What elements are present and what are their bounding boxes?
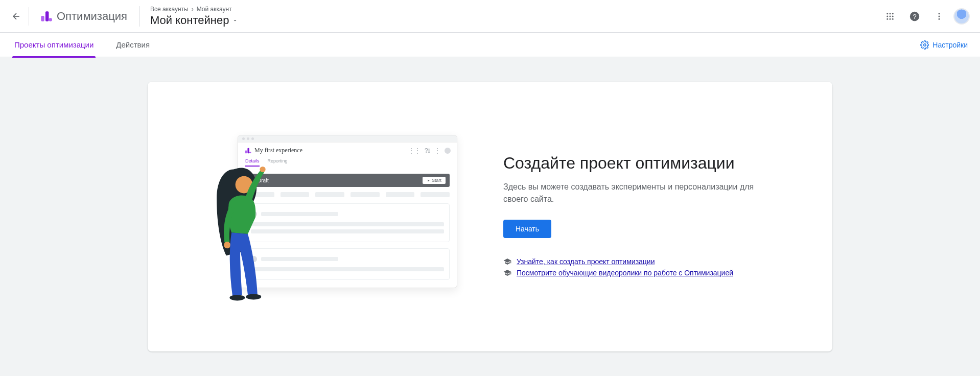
svg-point-4 [890,13,891,14]
svg-point-3 [886,13,888,14]
person-illustration [197,150,299,303]
apps-grid-icon: ⋮⋮ [408,147,421,154]
breadcrumb: Все аккаунты › Мой аккаунт [150,6,238,13]
help-icon: ?⃝ [425,147,430,154]
svg-point-15 [939,15,940,17]
svg-point-7 [890,15,891,17]
settings-link[interactable]: Настройки [920,40,968,50]
svg-point-23 [224,242,230,248]
product-name: Оптимизация [57,10,127,23]
learn-link-create[interactable]: Узнайте, как создать проект оптимизации [517,257,655,266]
svg-rect-1 [45,11,49,21]
svg-point-24 [246,294,261,299]
optimize-logo-icon [39,10,53,23]
illustration: My first experience ⋮⋮ ?⃝ ⋮ Details Repo… [176,135,462,298]
avatar-icon [445,148,451,154]
hero-subtitle: Здесь вы можете создавать эксперименты и… [503,181,779,205]
tab-actions[interactable]: Действия [114,33,152,57]
onboarding-card: My first experience ⋮⋮ ?⃝ ⋮ Details Repo… [148,82,832,351]
app-bar: Оптимизация Все аккаунты › Мой аккаунт М… [0,0,980,33]
svg-point-17 [924,43,926,46]
svg-point-14 [939,13,940,14]
start-button[interactable]: Начать [503,220,551,238]
page-body: My first experience ⋮⋮ ?⃝ ⋮ Details Repo… [0,57,980,376]
svg-point-2 [49,18,52,21]
chevron-right-icon: › [192,6,194,13]
appbar-actions: ? [880,6,976,27]
svg-rect-0 [41,15,44,21]
hero-block: Создайте проект оптимизации Здесь вы мож… [503,154,796,280]
help-icon: ? [909,11,920,22]
tab-projects[interactable]: Проекты оптимизации [12,33,96,57]
more-vert-icon [935,12,944,21]
hero-title: Создайте проект оптимизации [503,154,796,173]
breadcrumb-all-accounts[interactable]: Все аккаунты [150,6,189,13]
svg-point-22 [260,167,265,172]
mockwin-start-button: Start [423,177,446,184]
svg-point-10 [890,18,891,19]
vertical-divider [29,7,29,26]
back-button[interactable] [4,4,29,29]
learn-row-1: Узнайте, как создать проект оптимизации [503,257,796,266]
container-picker[interactable]: Мой контейнер [150,14,238,27]
more-vert-icon: ⋮ [434,147,440,154]
play-icon [427,179,430,182]
more-button[interactable] [929,6,949,27]
graduation-cap-icon [503,269,511,277]
account-avatar[interactable] [953,8,970,25]
tab-actions-label: Действия [116,40,150,49]
product-logo[interactable]: Оптимизация [31,10,135,23]
svg-point-8 [892,15,894,17]
svg-point-9 [886,18,888,19]
settings-label: Настройки [932,41,968,49]
learn-link-videos[interactable]: Посмотрите обучающие видеоролики по рабо… [517,269,733,277]
svg-point-16 [939,18,940,19]
container-title: Мой контейнер [150,14,229,27]
apps-grid-icon [885,12,895,21]
svg-text:?: ? [913,12,916,20]
apps-button[interactable] [880,6,900,27]
tab-projects-label: Проекты оптимизации [14,40,94,49]
svg-point-5 [892,13,894,14]
breadcrumb-my-account[interactable]: Мой аккаунт [197,6,232,13]
tabs-row: Проекты оптимизации Действия Настройки [0,33,980,57]
arrow-left-icon [11,11,21,21]
gear-icon [920,40,929,50]
graduation-cap-icon [503,257,511,266]
svg-point-11 [892,18,894,19]
breadcrumb-block: Все аккаунты › Мой аккаунт Мой контейнер [139,6,238,27]
svg-point-6 [886,15,888,17]
caret-down-icon [232,17,238,24]
help-button[interactable]: ? [904,6,925,27]
learn-row-2: Посмотрите обучающие видеоролики по рабо… [503,269,796,277]
svg-point-25 [229,295,245,300]
